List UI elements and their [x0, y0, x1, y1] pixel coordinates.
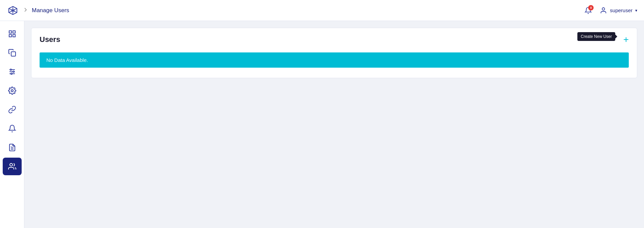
sidebar-item-users[interactable] [3, 158, 22, 175]
svg-rect-6 [9, 31, 12, 33]
notification-badge: 0 [588, 5, 594, 10]
logo-icon[interactable] [7, 4, 19, 17]
sidebar-item-copy[interactable] [3, 44, 22, 62]
add-button-wrapper: Create New User + [623, 35, 629, 44]
svg-point-16 [11, 73, 12, 74]
svg-rect-7 [13, 31, 15, 33]
user-menu-button[interactable]: superuser ▾ [600, 7, 637, 14]
svg-rect-10 [11, 52, 16, 56]
header-right: 0 superuser ▾ [582, 4, 637, 17]
card-title: Users [40, 35, 60, 44]
notification-button[interactable]: 0 [582, 4, 594, 17]
sidebar [0, 21, 24, 228]
main-content: Users Create New User + No Data Availabl… [24, 21, 644, 228]
sidebar-item-link[interactable] [3, 101, 22, 118]
breadcrumb-current: Manage Users [32, 7, 69, 14]
svg-point-5 [602, 7, 605, 10]
main-layout: Users Create New User + No Data Availabl… [0, 21, 644, 228]
svg-point-17 [11, 90, 13, 92]
no-data-text: No Data Available. [46, 57, 88, 63]
svg-rect-9 [13, 35, 15, 37]
create-new-user-button[interactable]: + [623, 35, 629, 44]
no-data-banner: No Data Available. [40, 52, 629, 68]
svg-point-15 [13, 71, 14, 72]
card-header: Users Create New User + [40, 35, 629, 44]
users-card: Users Create New User + No Data Availabl… [31, 28, 637, 78]
sidebar-item-settings[interactable] [3, 82, 22, 99]
sidebar-item-sliders[interactable] [3, 63, 22, 81]
header: Manage Users 0 superuser ▾ [0, 0, 644, 21]
svg-point-20 [10, 163, 13, 166]
sidebar-item-dashboard[interactable] [3, 25, 22, 43]
svg-rect-8 [9, 35, 12, 37]
svg-point-14 [10, 69, 12, 70]
header-left: Manage Users [7, 4, 582, 17]
breadcrumb-separator [23, 7, 28, 14]
create-new-user-tooltip: Create New User [577, 32, 615, 41]
user-label: superuser [610, 7, 632, 13]
chevron-down-icon: ▾ [635, 8, 637, 13]
sidebar-item-bell[interactable] [3, 120, 22, 137]
sidebar-item-document[interactable] [3, 139, 22, 156]
